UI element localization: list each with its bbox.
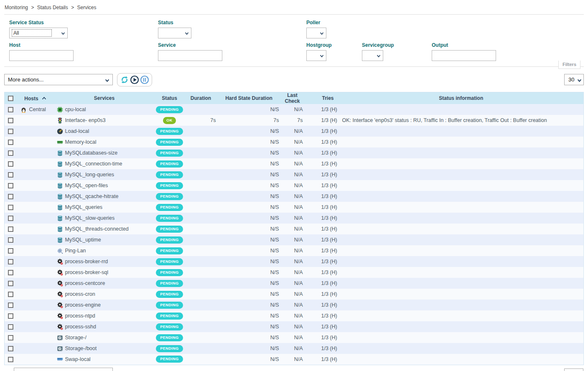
column-header-tries[interactable]: Tries xyxy=(305,92,339,104)
service-link[interactable]: process-sshd xyxy=(65,324,96,330)
bottom-page-size-select[interactable] xyxy=(564,368,583,371)
row-checkbox[interactable] xyxy=(8,107,13,112)
row-checkbox[interactable] xyxy=(8,270,13,275)
row-checkbox[interactable] xyxy=(8,357,13,362)
service-input[interactable] xyxy=(158,50,222,61)
page-size-select[interactable]: 30 xyxy=(564,74,584,85)
service-link[interactable]: MySQL_slow-queries xyxy=(65,215,115,221)
gear-icon xyxy=(57,291,63,297)
bottom-more-actions-select[interactable] xyxy=(14,368,113,371)
column-header-last-check[interactable]: Last Check xyxy=(280,92,305,104)
service-link[interactable]: MySQLdatabases-size xyxy=(65,150,118,156)
column-header-duration[interactable]: Duration xyxy=(184,92,218,104)
status-information-cell xyxy=(339,332,584,343)
service-link[interactable]: Swap-local xyxy=(65,356,91,362)
column-header-services[interactable]: Services xyxy=(54,92,155,104)
row-checkbox[interactable] xyxy=(8,292,13,297)
row-checkbox[interactable] xyxy=(8,205,13,210)
row-checkbox[interactable] xyxy=(8,237,13,243)
poller-select[interactable] xyxy=(306,28,326,38)
more-actions-select[interactable]: More actions... xyxy=(4,74,113,85)
row-checkbox[interactable] xyxy=(8,140,13,145)
row-checkbox[interactable] xyxy=(8,324,13,330)
status-information-cell xyxy=(339,180,584,191)
row-checkbox[interactable] xyxy=(8,226,13,232)
breadcrumb-item-monitoring[interactable]: Monitoring xyxy=(5,5,28,10)
service-link[interactable]: MySQL_qcache-hitrate xyxy=(65,193,119,199)
service-link[interactable]: Memory-local xyxy=(65,139,97,145)
service-link[interactable]: Storage-/boot xyxy=(65,346,97,351)
service-link[interactable]: Storage-/ xyxy=(65,335,87,341)
row-checkbox[interactable] xyxy=(8,216,13,221)
service-link[interactable]: process-broker-sql xyxy=(65,269,109,275)
service-link[interactable]: cpu-local xyxy=(65,107,86,112)
row-checkbox[interactable] xyxy=(8,281,13,286)
service-link[interactable]: MySQL_queries xyxy=(65,204,103,210)
table-row: MySQL_open-filesPENDINGN/SN/A1/3 (H) xyxy=(5,180,584,191)
service-link[interactable]: MySQL_open-files xyxy=(65,183,108,188)
service-link[interactable]: MySQL_uptime xyxy=(65,237,101,243)
service-link[interactable]: Load-local xyxy=(65,128,89,134)
breadcrumb-item-services[interactable]: Services xyxy=(77,5,96,10)
row-checkbox[interactable] xyxy=(8,161,13,167)
table-row: MySQL_queriesPENDINGN/SN/A1/3 (H) xyxy=(5,202,584,213)
row-checkbox[interactable] xyxy=(8,259,13,264)
row-checkbox[interactable] xyxy=(8,313,13,319)
filters-tab-button[interactable]: Filters xyxy=(558,61,580,69)
column-header-hard-state-duration[interactable]: Hard State Duration xyxy=(218,92,280,104)
last-check-cell: N/A xyxy=(280,191,305,202)
service-link[interactable]: MySQL_threads-connected xyxy=(65,226,129,232)
service-link[interactable]: Interface- enp0s3 xyxy=(65,117,106,123)
duration-cell xyxy=(184,234,218,245)
service-link[interactable]: MySQL_connection-time xyxy=(65,161,122,167)
row-checkbox[interactable] xyxy=(8,172,13,178)
row-checkbox[interactable] xyxy=(8,335,13,341)
servicegroup-select[interactable] xyxy=(362,50,383,61)
duration-cell xyxy=(184,202,218,213)
row-checkbox[interactable] xyxy=(8,150,13,156)
service-link[interactable]: process-cron xyxy=(65,291,95,297)
column-header-status[interactable]: Status xyxy=(155,92,184,104)
select-all-header[interactable] xyxy=(5,92,17,104)
row-checkbox[interactable] xyxy=(8,183,13,188)
service-link[interactable]: process-ntpd xyxy=(65,313,95,319)
row-checkbox[interactable] xyxy=(8,302,13,308)
row-checkbox[interactable] xyxy=(8,194,13,199)
service-link[interactable]: MySQL_long-queries xyxy=(65,172,114,178)
column-header-hosts[interactable]: Hosts xyxy=(17,92,54,104)
row-checkbox[interactable] xyxy=(8,346,13,351)
service-link[interactable]: Ping-Lan xyxy=(65,248,86,254)
table-row: Ping-LanPENDINGN/SN/A1/3 (H) xyxy=(5,245,584,256)
pause-icon[interactable] xyxy=(140,75,149,84)
play-icon[interactable] xyxy=(130,75,139,84)
hostgroup-label: Hostgroup xyxy=(306,42,332,48)
select-all-checkbox[interactable] xyxy=(8,96,13,101)
row-checkbox[interactable] xyxy=(8,248,13,254)
table-row: MySQL_qcache-hitratePENDINGN/SN/A1/3 (H) xyxy=(5,191,584,202)
output-input[interactable] xyxy=(432,50,496,61)
table-row: process-ntpdPENDINGN/SN/A1/3 (H) xyxy=(5,310,584,321)
row-checkbox[interactable] xyxy=(8,118,13,123)
breadcrumb-item-status-details[interactable]: Status Details xyxy=(37,5,68,10)
refresh-icon[interactable] xyxy=(120,75,129,84)
duration-cell xyxy=(184,213,218,224)
row-checkbox[interactable] xyxy=(8,129,13,134)
hostgroup-select[interactable] xyxy=(306,50,326,61)
last-check-cell: 7s xyxy=(280,115,305,126)
service-link[interactable]: process-engine xyxy=(65,302,101,308)
service-link[interactable]: process-broker-rrd xyxy=(65,259,108,264)
column-header-status-information[interactable]: Status information xyxy=(339,92,584,104)
database-icon xyxy=(57,193,63,200)
hard-state-duration-cell: N/S xyxy=(218,180,280,191)
service-status-select[interactable]: All xyxy=(9,28,68,38)
service-link[interactable]: process-centcore xyxy=(65,280,105,286)
status-badge: PENDING xyxy=(156,269,183,276)
duration-cell xyxy=(184,180,218,191)
status-information-cell xyxy=(339,245,584,256)
database-icon xyxy=(57,237,63,243)
host-input[interactable] xyxy=(9,50,74,61)
host-link[interactable]: Central xyxy=(29,107,46,112)
table-row: process-cronPENDINGN/SN/A1/3 (H) xyxy=(5,289,584,300)
status-select[interactable] xyxy=(158,28,191,38)
gear-icon xyxy=(57,302,63,308)
